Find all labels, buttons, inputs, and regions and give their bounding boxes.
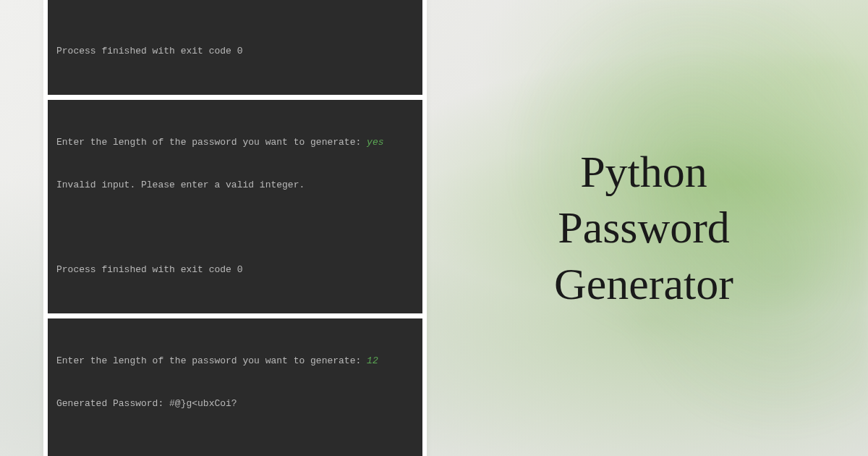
prompt-text: Enter the length of the password you wan… — [56, 355, 367, 366]
terminal-output-1: Enter the length of the password you wan… — [48, 0, 422, 95]
response-text: Generated Password: #@}g<ubxCoi? — [56, 397, 414, 411]
terminal-stack: Enter the length of the password you wan… — [43, 0, 427, 456]
terminal-output-2: Enter the length of the password you wan… — [48, 100, 422, 313]
response-text: Invalid input. Please enter a valid inte… — [56, 178, 414, 193]
title-area: Python Password Generator — [477, 144, 825, 313]
terminal-line: Enter the length of the password you wan… — [56, 354, 414, 368]
user-input: 12 — [367, 355, 378, 366]
terminal-output-3: Enter the length of the password you wan… — [48, 318, 422, 456]
user-input: yes — [367, 137, 383, 148]
exit-text: Process finished with exit code 0 — [56, 44, 414, 59]
blank-line — [56, 1, 414, 16]
main-container: Enter the length of the password you wan… — [0, 0, 868, 456]
blank-line — [56, 220, 414, 235]
title-line-3: Generator — [554, 259, 733, 308]
page-title: Python Password Generator — [477, 144, 810, 313]
title-line-2: Password — [558, 203, 730, 252]
terminal-line: Enter the length of the password you wan… — [56, 135, 414, 150]
title-line-1: Python — [580, 147, 707, 196]
exit-text: Process finished with exit code 0 — [56, 263, 414, 277]
blank-line — [56, 439, 414, 453]
prompt-text: Enter the length of the password you wan… — [56, 137, 367, 148]
